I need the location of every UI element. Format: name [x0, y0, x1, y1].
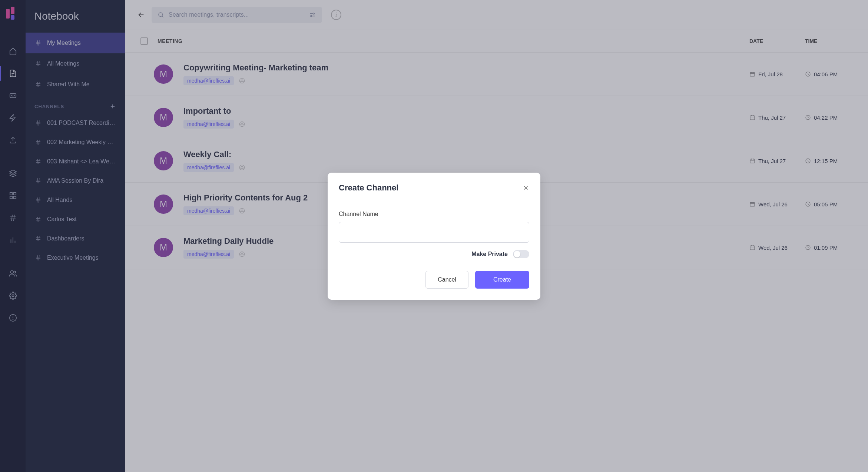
make-private-toggle[interactable] [513, 250, 529, 258]
cancel-button[interactable]: Cancel [425, 271, 468, 289]
close-icon[interactable] [523, 185, 529, 191]
modal-title: Create Channel [339, 183, 398, 193]
create-button[interactable]: Create [475, 271, 529, 289]
modal-overlay[interactable]: Create Channel Channel Name Make Private… [0, 0, 868, 472]
channel-name-label: Channel Name [339, 211, 529, 217]
make-private-label: Make Private [471, 251, 508, 257]
channel-name-input[interactable] [339, 222, 529, 243]
create-channel-modal: Create Channel Channel Name Make Private… [328, 173, 540, 300]
